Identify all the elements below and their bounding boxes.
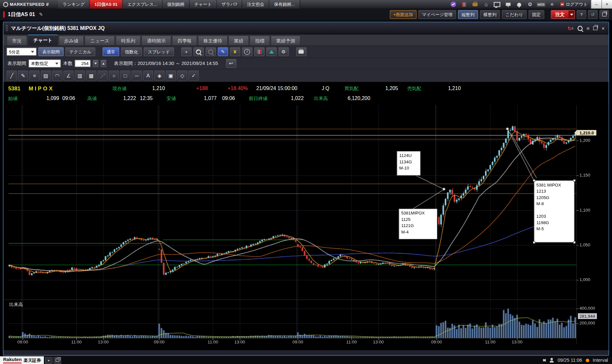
expand-button[interactable]: ▸ [45, 357, 52, 364]
monitor-icon[interactable] [492, 0, 502, 9]
reset-period-icon[interactable]: ↩ [226, 59, 236, 68]
count-increment-button[interactable] [101, 60, 106, 67]
tab-disclosure[interactable]: 適時開示 [142, 36, 172, 45]
tile-vertical-button[interactable]: 縦整列 [458, 10, 478, 19]
tab-earnings-forecast[interactable]: 業績予測 [271, 36, 301, 45]
tab-chart[interactable]: チャート [28, 34, 58, 45]
ellipse-tool-icon[interactable]: ○ [109, 70, 119, 81]
gear-icon[interactable]: ⚙ [525, 0, 535, 9]
app-tab-order-inquiry[interactable]: 注文照会 [242, 0, 269, 9]
help-button[interactable]: ? [577, 10, 586, 19]
tab-earnings[interactable]: 業績 [228, 36, 249, 45]
screen-icon[interactable] [503, 0, 513, 9]
normal-mode-button[interactable]: 通常 [103, 47, 119, 56]
chart-annotation[interactable]: 5381 MIPOX 1213 1205G M-8 1203 1198G M-5 [534, 180, 574, 242]
app-tab-zaraba7[interactable]: ザラバ7 [217, 0, 242, 9]
order-dropdown-arrow[interactable] [569, 11, 574, 18]
annotation-handle[interactable] [573, 179, 575, 182]
window-close-icon[interactable]: × [602, 25, 605, 31]
angle-tool-icon[interactable]: ∠ [63, 70, 74, 81]
regression-tool-icon[interactable]: ⋰ [97, 70, 108, 81]
tab-shikiho[interactable]: 四季報 [172, 36, 197, 45]
app-close-button[interactable]: × [601, 0, 612, 9]
panel-button[interactable] [54, 357, 61, 364]
grid-tool-icon[interactable]: ▦ [86, 70, 97, 81]
yen-axis-icon[interactable]: ¥ [230, 47, 240, 56]
candlechart-icon[interactable] [459, 0, 469, 9]
horizontal-lines-tool-icon[interactable]: ≡ [29, 70, 40, 81]
bar-count-input[interactable]: 254 [75, 60, 91, 67]
add-chart-icon[interactable]: ＋ [181, 47, 191, 56]
speaker-icon[interactable] [543, 359, 546, 362]
tab-time-series[interactable]: 時系列 [116, 36, 141, 45]
refresh-button[interactable]: ↺ [588, 10, 598, 19]
copy-tool-icon[interactable]: ▣ [166, 70, 176, 81]
add-screen-button[interactable]: +画面追加 [390, 10, 416, 19]
analysis-icon[interactable] [448, 0, 459, 9]
zoom-out-icon[interactable] [206, 47, 216, 56]
user-icon[interactable] [549, 358, 554, 363]
app-tab-chart[interactable]: チャート [190, 0, 217, 9]
annotation-handle[interactable] [533, 179, 535, 182]
text-tool-icon[interactable]: A [143, 70, 153, 81]
preferences-button[interactable]: こだわり [502, 10, 527, 19]
tab-market[interactable]: 市況 [7, 36, 27, 45]
order-button[interactable]: 注文 [551, 10, 575, 19]
zoom-in-icon[interactable] [193, 47, 204, 56]
interval-select[interactable]: 5分足 [7, 48, 37, 56]
app-tab-express[interactable]: エクスプレス... [123, 0, 162, 9]
technical-button[interactable]: テクニカル [65, 47, 95, 56]
tab-indicators[interactable]: 指標 [250, 36, 270, 45]
print-icon[interactable] [296, 47, 306, 56]
icon-stamp-tool-icon[interactable]: ◈ [154, 70, 165, 81]
settings-wrench-icon[interactable]: ⚙ [278, 47, 289, 56]
tab-tick-data[interactable]: 歩み値 [59, 36, 84, 45]
bell-icon[interactable] [514, 0, 524, 9]
rectangle-tool-icon[interactable]: □ [120, 70, 131, 81]
app-tab-day-credit-as-01[interactable]: 1日信AS 01 [90, 0, 123, 9]
indexed-button[interactable]: 指数化 [121, 47, 142, 56]
window-layout-button[interactable] [599, 10, 609, 19]
tile-horizontal-button[interactable]: 横整列 [480, 10, 500, 19]
window-title-bar[interactable]: マルチツール(個別銘柄) 5381 MIPOX JQ ↻1 ≡ × [4, 22, 608, 34]
workspace-edit-icon[interactable]: ✎ [39, 12, 43, 17]
window-grip[interactable] [6, 25, 8, 31]
app-tab-holdings[interactable]: 保有銘柄... [269, 0, 300, 9]
fib-retracement-tool-icon[interactable]: ▤ [41, 70, 51, 81]
minimize-button[interactable]: – [591, 0, 601, 9]
pin-button[interactable]: 固定 [529, 10, 544, 19]
web-icon[interactable]: WEB [536, 0, 546, 9]
pen-tool-icon[interactable]: ✎ [18, 70, 28, 81]
chart-annotation[interactable]: 1124U 1134G M-10 [397, 151, 421, 175]
annotation-handle[interactable] [573, 241, 575, 243]
info-icon[interactable]: i [242, 47, 252, 56]
fan-lines-tool-icon[interactable]: ▥ [75, 70, 85, 81]
annotation-handle[interactable] [533, 241, 535, 243]
confirm-tool-icon[interactable]: ✓ [189, 70, 199, 81]
horizontal-line-tool-icon[interactable]: ─ [132, 70, 142, 81]
window-restore-icon[interactable] [593, 26, 598, 30]
trendline-tool-icon[interactable]: ╱ [7, 70, 17, 81]
chart-annotation[interactable]: 5381MIPOX 1125 1121G M-4 [399, 209, 437, 239]
chart-type-icon[interactable] [254, 47, 264, 56]
period-button[interactable]: 表示期間 [38, 47, 63, 56]
window-menu-icon[interactable]: ≡ [587, 25, 589, 31]
menu-icon[interactable]: ≡ [547, 0, 557, 9]
tab-news[interactable]: ニュース [85, 36, 115, 45]
link-group-icon[interactable]: ↻1 [568, 25, 574, 31]
count-decrement-button[interactable] [93, 60, 98, 67]
search-icon[interactable] [578, 26, 583, 31]
mypage-manage-button[interactable]: マイページ管理 [418, 10, 456, 19]
area-chart-icon[interactable] [266, 47, 277, 56]
app-tab-individual-stock[interactable]: 個別銘柄 [162, 0, 190, 9]
diamond-marker-tool-icon[interactable]: ◇ [177, 70, 187, 81]
spread-button[interactable]: スプレッド [144, 47, 174, 56]
count-mode-select[interactable]: 本数指定 [29, 59, 61, 67]
news-icon[interactable] [470, 0, 480, 9]
tab-shareholder-benefits[interactable]: 株主優待 [198, 36, 228, 45]
draw-pencil-icon[interactable]: ✎ [218, 47, 228, 56]
logout-button[interactable]: ログアウト [557, 0, 591, 9]
chart-area[interactable]: 1,0001,0501,1001,1501,200200,000400,0000… [4, 104, 608, 350]
app-tab-ranking[interactable]: ランキング [58, 0, 90, 9]
arc-tool-icon[interactable]: ◠ [52, 70, 62, 81]
